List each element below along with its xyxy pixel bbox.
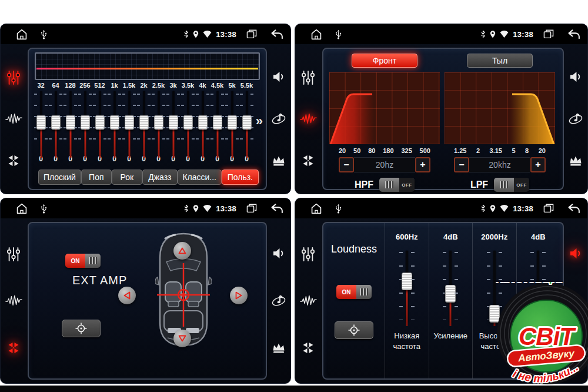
speaker-nav-icon[interactable] (272, 248, 286, 259)
eq-preset-button[interactable]: Плоский (38, 170, 81, 185)
loudness-slider[interactable] (399, 251, 415, 323)
home-icon[interactable] (16, 29, 28, 40)
equalizer-screen: 13:38 32 0 64 0 (0, 24, 291, 194)
eq-preset-button[interactable]: Поп (81, 170, 112, 185)
eq-slider-handle[interactable] (183, 115, 193, 129)
lpf-minus-button[interactable]: − (454, 157, 469, 172)
eq-band-slider[interactable] (136, 91, 151, 153)
home-icon[interactable] (310, 203, 322, 214)
music-note-nav-icon[interactable] (568, 112, 583, 125)
music-note-nav-icon[interactable] (271, 294, 286, 307)
music-note-nav-icon[interactable] (271, 112, 286, 125)
recents-icon[interactable] (246, 204, 257, 213)
equalizer-nav-icon[interactable] (6, 70, 21, 85)
eq-slider-handle[interactable] (242, 115, 252, 129)
balance-nav-icon[interactable] (6, 154, 21, 168)
back-icon[interactable] (270, 204, 283, 214)
crown-nav-icon[interactable] (272, 343, 286, 354)
eq-slider-handle[interactable] (81, 115, 90, 129)
eq-band-slider[interactable] (48, 91, 63, 153)
hpf-minus-button[interactable]: − (339, 157, 354, 172)
balance-nav-icon[interactable] (301, 154, 315, 168)
eq-slider-handle[interactable] (66, 115, 75, 129)
eq-band-slider[interactable] (78, 91, 92, 153)
eq-band-slider[interactable] (225, 91, 239, 153)
lpf-toggle[interactable]: OFF (494, 178, 529, 192)
eq-slider-handle[interactable] (51, 115, 61, 129)
eq-band-slider[interactable] (166, 91, 181, 153)
eq-preset-button[interactable]: Рок (112, 170, 142, 185)
home-icon[interactable] (16, 203, 28, 214)
recents-icon[interactable] (246, 29, 257, 39)
eq-preset-button[interactable]: Джазз (142, 170, 178, 185)
equalizer-nav-icon[interactable] (6, 247, 21, 262)
reset-button[interactable] (335, 321, 373, 339)
freq-tick-label: 325 (401, 147, 412, 154)
loudness-param-value: 2000Hz (481, 232, 507, 242)
loudness-toggle[interactable]: ON (336, 285, 372, 299)
equalizer-nav-icon[interactable] (301, 247, 315, 262)
home-icon[interactable] (310, 29, 322, 40)
rear-tab[interactable]: Тыл (467, 54, 533, 68)
balance-nav-icon[interactable] (301, 341, 315, 355)
eq-slider-handle[interactable] (110, 115, 119, 129)
loudness-slider-handle[interactable] (402, 273, 412, 290)
lpf-plus-button[interactable]: + (530, 157, 546, 172)
center-reset-button[interactable] (62, 320, 101, 337)
hpf-toggle[interactable]: OFF (379, 178, 415, 192)
lpf-frequency-stepper: − 20khz + (454, 157, 546, 172)
loudness-band: 4dB Усиление (429, 223, 473, 378)
left-nav (295, 46, 321, 191)
eq-band-slider[interactable] (63, 91, 78, 153)
ext-amp-toggle[interactable]: ON (65, 254, 101, 268)
eq-band-slider[interactable] (239, 91, 254, 153)
eq-slider-handle[interactable] (95, 115, 105, 129)
crown-nav-icon[interactable] (272, 155, 286, 167)
speaker-nav-icon[interactable] (272, 71, 286, 82)
speaker-nav-icon[interactable] (569, 71, 583, 82)
eq-slider-handle[interactable] (198, 115, 208, 129)
eq-preset-button[interactable]: Польз. (222, 170, 259, 185)
recents-icon[interactable] (543, 204, 554, 213)
eq-slider-handle[interactable] (228, 115, 237, 129)
eq-slider-handle[interactable] (139, 115, 149, 129)
loudness-slider-handle[interactable] (445, 285, 456, 303)
eq-band-slider[interactable] (195, 91, 210, 153)
eq-content: 32 0 64 0 128 0 256 (28, 48, 267, 190)
eq-slider-handle[interactable] (36, 115, 46, 129)
eq-slider-handle[interactable] (169, 115, 178, 129)
eq-band-slider[interactable] (107, 91, 122, 153)
eq-preset-button[interactable]: Класси... (178, 170, 222, 185)
fader-front-button[interactable] (173, 242, 191, 260)
eq-slider-handle[interactable] (125, 115, 134, 129)
eq-slider-handle[interactable] (213, 115, 222, 129)
waveform-nav-icon[interactable] (299, 114, 317, 125)
eq-band-slider[interactable] (210, 91, 225, 153)
eq-slider-handle[interactable] (154, 115, 163, 129)
loudness-control-column: Loudness ON (323, 223, 385, 378)
eq-band-slider[interactable] (34, 91, 48, 153)
balance-right-button[interactable] (230, 287, 248, 304)
eq-frequency-label: 1k (111, 82, 118, 89)
back-icon[interactable] (567, 204, 580, 214)
hpf-plus-button[interactable]: + (415, 157, 430, 172)
balance-left-button[interactable] (118, 287, 136, 304)
waveform-nav-icon[interactable] (5, 295, 22, 307)
equalizer-nav-icon[interactable] (301, 70, 315, 85)
back-icon[interactable] (270, 29, 283, 39)
loudness-slider[interactable] (442, 251, 459, 323)
waveform-nav-icon[interactable] (5, 114, 22, 125)
crown-nav-icon[interactable] (569, 155, 583, 167)
speaker-nav-icon[interactable] (569, 248, 583, 259)
eq-more-bands-button[interactable]: » (256, 114, 263, 129)
eq-band-slider[interactable] (181, 91, 195, 153)
back-icon[interactable] (567, 29, 580, 39)
front-tab[interactable]: Фронт (352, 54, 417, 68)
eq-band-slider[interactable] (92, 91, 107, 153)
eq-band-slider[interactable] (151, 91, 166, 153)
recents-icon[interactable] (543, 29, 554, 39)
balance-nav-icon[interactable] (6, 341, 21, 355)
fader-rear-button[interactable] (173, 330, 191, 347)
waveform-nav-icon[interactable] (299, 295, 317, 307)
eq-band-slider[interactable] (122, 91, 136, 153)
